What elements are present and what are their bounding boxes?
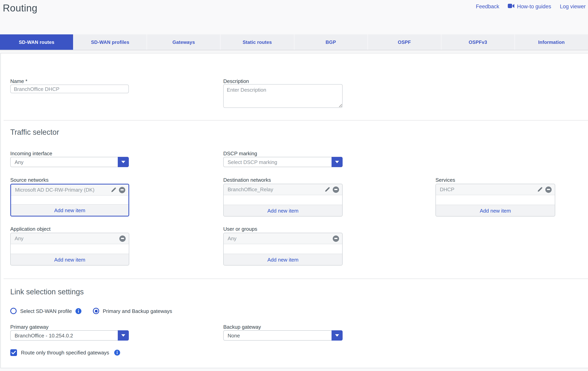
add-new-item-button[interactable]: Add new item (11, 204, 128, 216)
tab-label: OSPF (398, 39, 411, 45)
tab-label: SD-WAN profiles (91, 39, 129, 45)
how-to-guides-link-label: How-to guides (517, 4, 551, 10)
dscp-marking-dropdown[interactable]: Select DSCP marking (223, 157, 343, 167)
radio-primary-backup-gateways-label: Primary and Backup gateways (103, 308, 172, 314)
add-new-item-button[interactable]: Add new item (436, 205, 555, 216)
add-new-item-label: Add new item (54, 257, 85, 263)
info-icon[interactable] (114, 350, 120, 356)
info-icon[interactable] (75, 308, 81, 314)
listbox-empty-area (436, 195, 555, 205)
destination-networks-listbox: BranchOffice_Relay Add new item (223, 184, 343, 216)
list-item-label: Any (15, 236, 119, 241)
tab-information[interactable]: Information (515, 34, 588, 50)
video-camera-icon (508, 4, 515, 10)
edit-pencil-icon[interactable] (325, 187, 330, 192)
source-networks-listbox: Microsoft AD DC-RW-Primary (DK) Add new … (10, 184, 129, 216)
backup-gateway-value: None (228, 332, 240, 338)
list-item-label: Any (228, 236, 333, 241)
log-viewer-link-label: Log viewer (560, 4, 586, 10)
services-label: Services (435, 177, 455, 183)
list-item-label: Microsoft AD DC-RW-Primary (DK) (15, 187, 111, 193)
primary-gateway-value: BranchOffice - 10.254.0.2 (15, 332, 73, 338)
application-object-listbox: Any Add new item (10, 233, 129, 266)
tab-sdwan-routes[interactable]: SD-WAN routes (0, 34, 74, 50)
how-to-guides-link[interactable]: How-to guides (508, 4, 551, 10)
add-new-item-label: Add new item (267, 257, 299, 263)
header-links: Feedback How-to guides Log viewer (476, 4, 586, 10)
add-new-item-button[interactable]: Add new item (11, 254, 129, 265)
tab-label: Information (538, 39, 565, 45)
incoming-interface-dropdown[interactable]: Any (10, 157, 129, 167)
primary-gateway-dropdown[interactable]: BranchOffice - 10.254.0.2 (10, 330, 129, 340)
tab-bar: SD-WAN routes SD-WAN profiles Gateways S… (0, 34, 588, 50)
section-divider (4, 278, 588, 279)
route-only-checkbox[interactable] (10, 349, 17, 356)
radio-select-sdwan-profile[interactable] (10, 308, 17, 314)
tab-ospfv3[interactable]: OSPFv3 (441, 34, 515, 50)
description-label: Description (223, 78, 249, 84)
services-listbox: DHCP Add new item (435, 184, 555, 216)
radio-select-sdwan-profile-label: Select SD-WAN profile (20, 308, 72, 314)
chevron-down-icon[interactable] (332, 157, 343, 167)
list-item: Any (224, 233, 342, 244)
incoming-interface-label: Incoming interface (10, 151, 52, 156)
section-divider (4, 120, 588, 121)
listbox-empty-area (224, 244, 342, 254)
chevron-down-icon[interactable] (332, 330, 343, 340)
remove-minus-icon[interactable] (119, 187, 125, 193)
tab-label: BGP (326, 39, 336, 45)
name-input[interactable] (10, 84, 129, 93)
radio-primary-backup-gateways[interactable] (93, 308, 99, 314)
backup-gateway-label: Backup gateway (223, 324, 261, 330)
add-new-item-label: Add new item (267, 208, 299, 214)
listbox-empty-area (11, 196, 128, 204)
add-new-item-label: Add new item (54, 207, 85, 213)
backup-gateway-dropdown[interactable]: None (223, 330, 343, 340)
tab-label: SD-WAN routes (19, 39, 54, 45)
remove-minus-icon[interactable] (333, 186, 339, 193)
feedback-link[interactable]: Feedback (476, 4, 499, 10)
add-new-item-button[interactable]: Add new item (224, 254, 342, 265)
tab-gateways[interactable]: Gateways (147, 34, 221, 50)
dscp-marking-label: DSCP marking (223, 151, 257, 156)
user-or-groups-listbox: Any Add new item (223, 233, 343, 266)
chevron-down-icon[interactable] (118, 157, 129, 167)
source-networks-label: Source networks (10, 177, 49, 183)
tab-label: Gateways (172, 39, 195, 45)
route-only-checkbox-label: Route only through specified gateways (21, 350, 109, 356)
list-item: Any (11, 233, 129, 244)
list-item-label: BranchOffice_Relay (228, 186, 325, 192)
application-object-label: Application object (10, 226, 51, 232)
add-new-item-button[interactable]: Add new item (224, 205, 342, 216)
list-item-label: DHCP (440, 186, 537, 192)
tab-ospf[interactable]: OSPF (368, 34, 441, 50)
tab-label: Static routes (243, 39, 272, 45)
primary-gateway-label: Primary gateway (10, 324, 49, 330)
dscp-marking-placeholder: Select DSCP marking (228, 159, 277, 165)
tab-sdwan-profiles[interactable]: SD-WAN profiles (74, 34, 147, 50)
page-title: Routing (3, 2, 37, 14)
route-form-card: Name * Description Traffic selector Inco… (0, 53, 588, 368)
tab-static-routes[interactable]: Static routes (221, 34, 294, 50)
listbox-empty-area (224, 195, 342, 205)
list-item: Microsoft AD DC-RW-Primary (DK) (11, 185, 128, 196)
user-or-groups-label: User or groups (223, 226, 257, 232)
remove-minus-icon[interactable] (545, 186, 552, 193)
link-selection-radio-group: Select SD-WAN profile Primary and Backup… (10, 308, 172, 314)
remove-minus-icon[interactable] (333, 235, 339, 242)
description-textarea[interactable] (223, 84, 343, 108)
routing-page: Routing Feedback How-to guides Log viewe… (0, 0, 588, 371)
route-only-row: Route only through specified gateways (10, 349, 120, 356)
listbox-empty-area (11, 244, 129, 254)
name-label: Name * (10, 78, 27, 84)
list-item: DHCP (436, 184, 555, 195)
destination-networks-label: Destination networks (223, 177, 271, 183)
chevron-down-icon[interactable] (118, 330, 129, 340)
edit-pencil-icon[interactable] (537, 187, 543, 192)
add-new-item-label: Add new item (480, 208, 511, 214)
tab-bgp[interactable]: BGP (294, 34, 368, 50)
edit-pencil-icon[interactable] (111, 187, 116, 193)
traffic-selector-heading: Traffic selector (10, 128, 59, 137)
log-viewer-link[interactable]: Log viewer (560, 4, 586, 10)
remove-minus-icon[interactable] (119, 235, 126, 242)
